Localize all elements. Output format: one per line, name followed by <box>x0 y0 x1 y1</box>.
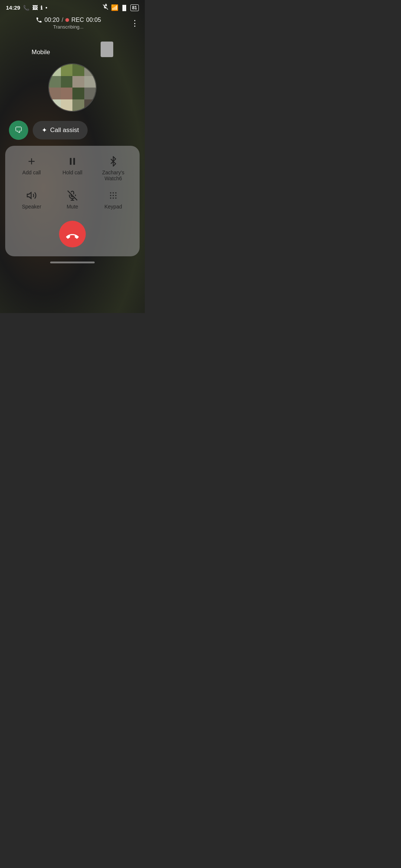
svg-point-14 <box>115 195 117 196</box>
svg-marker-5 <box>27 193 31 198</box>
dot-status-icon: • <box>45 5 47 11</box>
add-call-icon <box>26 156 37 167</box>
svg-point-16 <box>113 197 114 199</box>
bluetooth-button[interactable]: Zachary's Watch6 <box>93 156 134 181</box>
contact-area: Mobile <box>0 39 145 112</box>
call-assist-label: Call assist <box>50 126 79 134</box>
call-separator: / <box>62 17 63 23</box>
keypad-icon <box>108 190 118 201</box>
status-right: 📶 ▐▌ 81 <box>102 4 139 11</box>
svg-point-15 <box>110 197 111 199</box>
at-icon: 🗨 <box>14 125 23 135</box>
avatar <box>48 63 97 112</box>
call-phone-icon <box>36 17 42 23</box>
svg-point-12 <box>110 195 111 196</box>
nav-pill <box>50 262 95 263</box>
svg-rect-4 <box>73 158 75 165</box>
threads-status-icon: ℹ <box>40 5 42 11</box>
sparkle-icon: ✦ <box>42 126 47 134</box>
svg-point-10 <box>113 192 114 194</box>
hold-call-label: Hold call <box>62 170 82 175</box>
mobile-label: Mobile <box>32 49 50 56</box>
speaker-icon <box>26 190 37 201</box>
image-status-icon: 🖼 <box>32 5 38 11</box>
keypad-button[interactable]: Keypad <box>93 190 134 210</box>
contact-card-icon <box>101 42 113 57</box>
call-time-info: 00:20 / REC 00:05 Transcribing... <box>6 17 131 30</box>
status-bar: 14:29 📞 🖼 ℹ • 📶 ▐▌ 81 <box>0 0 145 13</box>
add-call-button[interactable]: Add call <box>11 156 52 181</box>
rec-duration: 00:05 <box>86 17 101 23</box>
signal-icon: ▐▌ <box>121 5 128 11</box>
status-left: 14:29 📞 🖼 ℹ • <box>6 4 47 11</box>
mute-status-icon <box>102 4 109 11</box>
status-time: 14:29 <box>6 4 20 11</box>
svg-point-11 <box>115 192 117 194</box>
call-assist-button[interactable]: ✦ Call assist <box>33 121 88 139</box>
call-duration-row: 00:20 / REC 00:05 <box>36 17 101 23</box>
end-call-icon <box>66 228 79 240</box>
end-call-row <box>11 221 134 247</box>
transcribing-text: Transcribing... <box>53 24 84 30</box>
nav-indicator <box>0 262 145 263</box>
svg-point-17 <box>115 197 117 199</box>
bluetooth-label: Zachary's Watch6 <box>102 170 124 181</box>
call-duration: 00:20 <box>45 17 59 23</box>
assist-area: 🗨 ✦ Call assist <box>0 112 145 146</box>
rec-dot <box>65 18 69 22</box>
svg-point-9 <box>110 192 111 194</box>
speaker-label: Speaker <box>22 204 41 210</box>
phone-status-icon: 📞 <box>23 5 29 11</box>
keypad-label: Keypad <box>104 204 122 210</box>
more-options-button[interactable]: ⋮ <box>131 19 139 28</box>
mute-icon <box>67 190 78 201</box>
rec-label: REC <box>71 17 84 23</box>
controls-grid: Add call Hold call Zachary's Watch6 Sp <box>11 156 134 210</box>
battery-indicator: 81 <box>130 4 139 11</box>
mute-label: Mute <box>66 204 78 210</box>
add-call-label: Add call <box>22 170 41 175</box>
hold-call-button[interactable]: Hold call <box>52 156 93 181</box>
call-header: 00:20 / REC 00:05 Transcribing... ⋮ <box>0 13 145 31</box>
wifi-icon: 📶 <box>111 4 118 11</box>
speaker-button[interactable]: Speaker <box>11 190 52 210</box>
end-call-button[interactable] <box>59 221 86 247</box>
avatar-mosaic <box>49 64 96 111</box>
svg-rect-3 <box>70 158 72 165</box>
mute-button[interactable]: Mute <box>52 190 93 210</box>
call-assist-icon-button[interactable]: 🗨 <box>9 121 28 140</box>
svg-point-13 <box>113 195 114 196</box>
hold-call-icon <box>67 156 78 167</box>
bluetooth-icon <box>108 156 118 167</box>
controls-panel: Add call Hold call Zachary's Watch6 Sp <box>5 146 140 256</box>
